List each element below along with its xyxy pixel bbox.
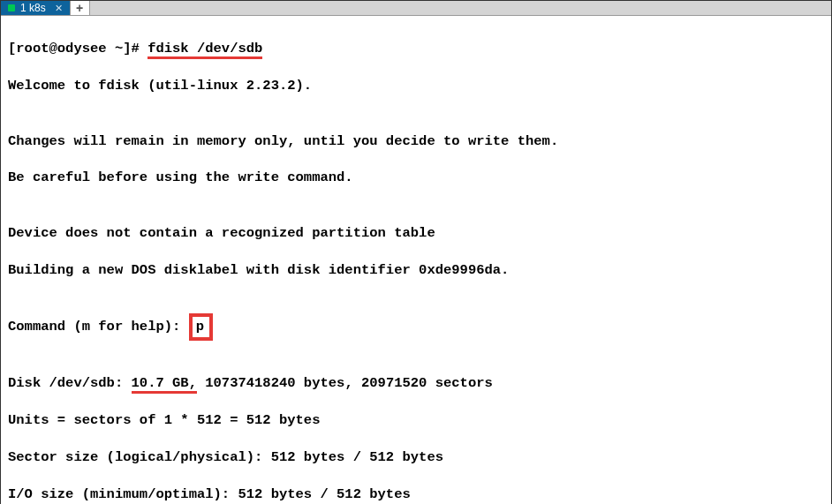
output-line: Welcome to fdisk (util-linux 2.23.2).: [8, 77, 824, 95]
output-line: Device does not contain a recognized par…: [8, 224, 824, 243]
output-line: Changes will remain in memory only, unti…: [8, 132, 824, 151]
tab-bar: 1 k8s ✕ +: [1, 1, 831, 16]
tab-label: 1 k8s: [20, 2, 46, 14]
disk-size: 10.7 GB,: [132, 375, 197, 394]
close-icon[interactable]: ✕: [55, 3, 63, 14]
prompt: [root@odysee ~]#: [8, 41, 147, 56]
disk-rest: 10737418240 bytes, 20971520 sectors: [197, 375, 493, 391]
output-line: Be careful before using the write comman…: [8, 169, 824, 187]
new-tab-button[interactable]: +: [71, 1, 90, 15]
output-line: Units = sectors of 1 * 512 = 512 bytes: [8, 411, 824, 430]
tab-1-k8s[interactable]: 1 k8s ✕: [1, 1, 71, 15]
status-dot-icon: [8, 4, 15, 11]
disk-prefix: Disk /dev/sdb:: [8, 375, 132, 391]
command-text: fdisk /dev/sdb: [147, 41, 262, 59]
output-line: Building a new DOS disklabel with disk i…: [8, 261, 824, 280]
plus-icon: +: [76, 1, 83, 15]
command-prompt: Command (m for help):: [8, 319, 189, 335]
output-line: Sector size (logical/physical): 512 byte…: [8, 448, 824, 467]
terminal-window: 1 k8s ✕ + [root@odysee ~]# fdisk /dev/sd…: [0, 0, 832, 504]
terminal-output[interactable]: [root@odysee ~]# fdisk /dev/sdb Welcome …: [1, 16, 831, 504]
output-line: I/O size (minimum/optimal): 512 bytes / …: [8, 485, 824, 504]
user-input: p: [189, 313, 213, 342]
